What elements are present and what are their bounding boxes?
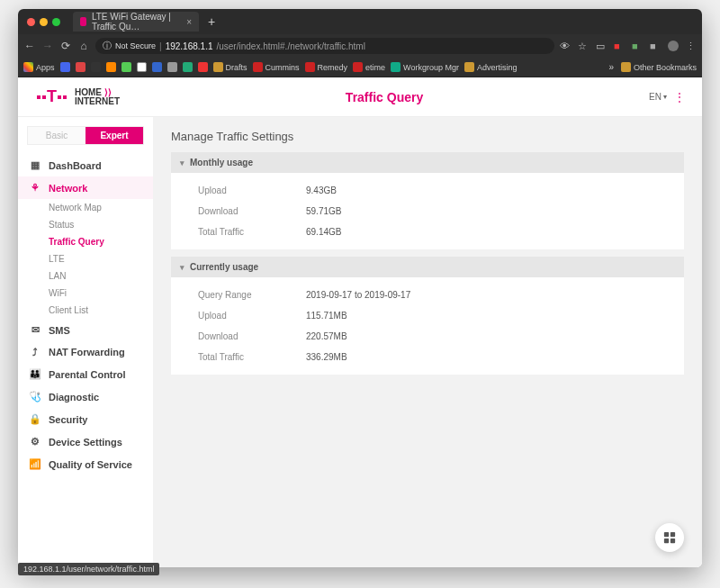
panel-body: Upload 9.43GB Download 59.71GB Total Tra… <box>171 173 684 249</box>
ext3-icon[interactable]: ■ <box>650 41 661 51</box>
sidebar-item-dashboard[interactable]: ▦ DashBoard <box>18 154 153 176</box>
share-icon: ⤴ <box>29 347 41 357</box>
menu-icon[interactable]: ⋮ <box>686 41 697 51</box>
qos-icon: 📶 <box>29 458 41 470</box>
url-field[interactable]: ⓘ Not Secure | 192.168.1.1 /user/index.h… <box>95 38 554 54</box>
sidebar-sub-lan[interactable]: LAN <box>18 267 153 285</box>
stethoscope-icon: 🩺 <box>29 391 41 403</box>
tab-title: LTE WiFi Gateway | Traffic Qu… <box>92 12 181 32</box>
browser-tab[interactable]: LTE WiFi Gateway | Traffic Qu… × <box>73 12 199 32</box>
maximize-window-icon[interactable] <box>52 18 60 26</box>
bookmark-icon[interactable] <box>198 62 208 72</box>
reload-button[interactable]: ⟳ <box>59 40 72 52</box>
bookmark-advertising[interactable]: Advertising <box>464 62 518 72</box>
other-bookmarks-button[interactable]: Other Bookmarks <box>621 62 697 72</box>
sidebar-sub-status[interactable]: Status <box>18 216 153 233</box>
bookmark-cummins[interactable]: Cummins <box>253 62 300 72</box>
minimize-window-icon[interactable] <box>40 18 48 26</box>
ext2-icon[interactable]: ■ <box>632 41 643 51</box>
panel-title: Currently usage <box>190 262 258 272</box>
sidebar-item-label: Security <box>49 414 87 425</box>
bookmark-drafts[interactable]: Drafts <box>213 62 248 72</box>
eye-icon[interactable]: 👁 <box>560 41 571 51</box>
table-row: Upload 9.43GB <box>171 180 684 201</box>
row-value: 220.57MB <box>306 331 347 341</box>
bookmark-bar: Apps Drafts Cummins Remedy etime Wo <box>18 58 702 77</box>
new-tab-button[interactable]: + <box>202 14 220 29</box>
sidebar-item-nat[interactable]: ⤴ NAT Forwarding <box>18 341 153 363</box>
sidebar-sub-client-list[interactable]: Client List <box>18 302 153 319</box>
profile-icon[interactable] <box>668 41 679 51</box>
sidebar: Basic Expert ▦ DashBoard ⚘ Network Netwo… <box>18 117 153 567</box>
panel-header-monthly[interactable]: ▾ Monthly usage <box>171 152 684 173</box>
mode-toggle: Basic Expert <box>27 126 144 145</box>
brand-logo[interactable]: T HOME ⟩⟩ INTERNET <box>36 87 120 106</box>
bookmark-icon[interactable] <box>106 62 116 72</box>
bookmark-icon[interactable] <box>76 62 86 72</box>
sidebar-item-parental[interactable]: 👪 Parental Control <box>18 363 153 385</box>
bookmark-icon[interactable] <box>91 62 101 72</box>
wifi-icon: ⟩⟩ <box>104 87 112 97</box>
row-value: 9.43GB <box>306 185 337 195</box>
mode-basic-tab[interactable]: Basic <box>28 127 86 144</box>
row-label: Total Traffic <box>198 227 306 237</box>
sidebar-sub-lte[interactable]: LTE <box>18 250 153 267</box>
fab-grid-button[interactable] <box>655 523 684 552</box>
bookmark-icon[interactable] <box>137 62 147 72</box>
bookmark-icon[interactable] <box>122 62 131 72</box>
chevron-down-icon: ▾ <box>180 263 184 272</box>
bookmark-overflow-icon[interactable]: » <box>607 62 616 72</box>
sidebar-sub-wifi[interactable]: WiFi <box>18 285 153 302</box>
cast-icon[interactable]: ▭ <box>596 41 607 51</box>
sidebar-item-label: Quality of Service <box>49 459 132 470</box>
tab-close-icon[interactable]: × <box>186 17 192 27</box>
bookmark-label: etime <box>365 63 385 72</box>
folder-icon <box>621 62 631 72</box>
bookmark-workgroup[interactable]: Workgroup Mgr <box>391 62 459 72</box>
sidebar-item-network[interactable]: ⚘ Network <box>18 176 153 199</box>
toolbar-right: 👁 ☆ ▭ ■ ■ ■ ⋮ <box>560 41 697 51</box>
insecure-label: Not Secure <box>115 41 156 50</box>
lock-icon: 🔒 <box>29 413 41 425</box>
bookmark-remedy[interactable]: Remedy <box>305 62 348 72</box>
bookmark-etime[interactable]: etime <box>353 62 385 72</box>
ext1-icon[interactable]: ■ <box>614 41 625 51</box>
row-label: Query Range <box>198 290 306 300</box>
svg-rect-3 <box>670 538 675 543</box>
bookmark-icon <box>391 62 400 72</box>
close-window-icon[interactable] <box>27 18 35 26</box>
bookmark-label: Workgroup Mgr <box>403 63 459 72</box>
bookmark-icon[interactable] <box>152 62 162 72</box>
forward-button[interactable]: → <box>41 40 54 52</box>
sidebar-sub-network-map[interactable]: Network Map <box>18 199 153 216</box>
sidebar-item-diagnostic[interactable]: 🩺 Diagnostic <box>18 385 153 408</box>
row-value: 59.71GB <box>306 206 341 216</box>
apps-button[interactable]: Apps <box>23 62 55 72</box>
more-menu-button[interactable]: ⋮ <box>674 91 684 104</box>
sidebar-item-security[interactable]: 🔒 Security <box>18 408 153 430</box>
language-label: EN <box>649 92 662 102</box>
bookmark-icon[interactable] <box>167 62 177 72</box>
sidebar-item-qos[interactable]: 📶 Quality of Service <box>18 453 153 475</box>
window-controls <box>27 18 60 26</box>
grid-icon: ▦ <box>29 159 41 171</box>
sidebar-sub-traffic-query[interactable]: Traffic Query <box>18 233 153 250</box>
panel-currently: ▾ Currently usage Query Range 2019-09-17… <box>171 257 684 375</box>
sidebar-item-label: DashBoard <box>49 160 102 171</box>
panel-header-currently[interactable]: ▾ Currently usage <box>171 257 684 277</box>
address-bar: ← → ⟳ ⌂ ⓘ Not Secure | 192.168.1.1 /user… <box>18 34 702 58</box>
mode-expert-tab[interactable]: Expert <box>86 127 143 144</box>
panel-body: Query Range 2019-09-17 to 2019-09-17 Upl… <box>171 277 684 375</box>
sidebar-item-sms[interactable]: ✉ SMS <box>18 319 153 341</box>
sidebar-item-device-settings[interactable]: ⚙ Device Settings <box>18 430 153 453</box>
bookmark-icon[interactable] <box>183 62 193 72</box>
star-icon[interactable]: ☆ <box>578 41 589 51</box>
table-row: Download 59.71GB <box>171 201 684 222</box>
back-button[interactable]: ← <box>23 40 36 52</box>
chevron-down-icon: ▾ <box>180 158 184 167</box>
language-selector[interactable]: EN ▾ <box>649 92 667 102</box>
bookmark-icon <box>353 62 363 72</box>
bookmark-label: Apps <box>36 63 55 72</box>
home-button[interactable]: ⌂ <box>77 40 90 52</box>
bookmark-icon[interactable] <box>60 62 70 72</box>
